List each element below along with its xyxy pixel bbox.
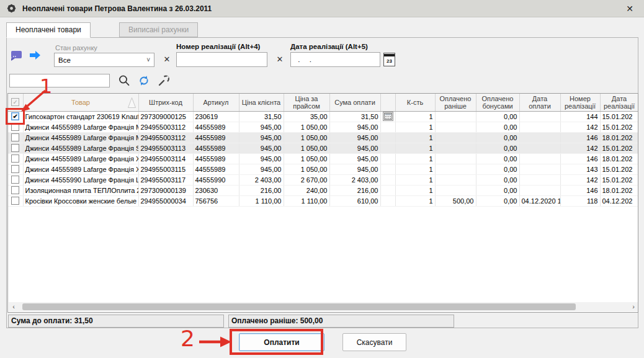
cell-qty: 1 [395, 143, 435, 153]
cell-price_client: 945,00 [239, 122, 284, 132]
cell-price_list: 1 050,00 [284, 122, 329, 132]
calculator-button[interactable] [383, 112, 393, 121]
cell-barcode: 297309000125 [138, 111, 193, 122]
cell-calc [380, 143, 395, 153]
cell-sum: 945,00 [329, 153, 380, 164]
cell-price_list: 2 670,00 [284, 174, 329, 185]
cell-real_num: 142 [560, 174, 600, 185]
clear-state-icon[interactable]: ✕ [162, 55, 172, 65]
goods-grid: ✓ТоварШтрих-кодАртикулЦіна клієнтаЦіна з… [7, 93, 638, 313]
cell-paid_earlier: 500,00 [435, 195, 476, 206]
cell-pay_date [519, 185, 560, 195]
row-checkbox[interactable] [11, 197, 19, 205]
cancel-button[interactable]: Скасувати [342, 333, 406, 351]
sort-triangle-icon [127, 97, 136, 109]
cell-product: Изоляционная плита ТЕПЛОплита 2306 [23, 185, 138, 195]
cell-pay_date [519, 143, 560, 153]
tab-issued-invoices[interactable]: Виписані рахунки [119, 22, 198, 37]
row-checkbox[interactable] [11, 133, 19, 141]
cell-product: Кросівки Кроссовки женские белые 75 [23, 195, 138, 206]
cell-barcode: 297309000139 [138, 185, 193, 195]
column-header-pay_date[interactable]: Дата оплати [519, 94, 560, 111]
table-row[interactable]: Джинси 44555989 Lafarge Франція S(p)2949… [8, 143, 638, 153]
cell-paid_earlier [435, 132, 476, 143]
select-all-checkbox[interactable]: ✓ [11, 98, 19, 106]
cell-qty: 1 [395, 111, 435, 122]
scroll-right-icon[interactable]: › [628, 302, 638, 311]
cell-paid_earlier [435, 143, 476, 153]
table-row[interactable]: Джинси 44555989 Lafarge Франція M(p)2949… [8, 132, 638, 143]
table-row[interactable]: Джинси 44555989 Lafarge Франція XS(p2949… [8, 164, 638, 174]
cell-real_num: 144 [560, 111, 600, 122]
refresh-icon[interactable] [137, 74, 151, 87]
row-checkbox[interactable] [11, 176, 19, 184]
gear-icon [6, 3, 17, 14]
row-checkbox[interactable] [11, 144, 19, 152]
column-header-real_date[interactable]: Дата реалізації [600, 94, 638, 111]
cell-product: Гипсокартон стандарт 230619 Knauf Гі [23, 111, 138, 122]
column-header-product[interactable]: Товар [23, 94, 138, 111]
cell-pay_date [519, 174, 560, 185]
apply-arrow-icon[interactable] [29, 50, 42, 61]
calculator-icon [384, 113, 392, 120]
row-checkbox[interactable] [11, 186, 19, 194]
invoice-icon[interactable] [10, 50, 23, 61]
horizontal-scrollbar[interactable]: ‹ › [9, 302, 638, 311]
row-checkbox-cell [8, 132, 23, 143]
cell-article: 230619 [193, 111, 239, 122]
table-row[interactable]: Изоляционная плита ТЕПЛОплита 2306297309… [8, 185, 638, 195]
column-header-barcode[interactable]: Штрих-код [138, 94, 193, 111]
cell-real_num: 142 [560, 122, 600, 132]
column-header-price_list[interactable]: Ціна за прайсом [284, 94, 329, 111]
cell-real_date: 18.01.202 [600, 153, 638, 164]
cell-sum: 216,00 [329, 185, 380, 195]
cell-pay_date: 04.12.2020 1 [519, 195, 560, 206]
cell-product: Джинси 44555989 Lafarge Франція M(p) [23, 122, 138, 132]
cell-paid_earlier [435, 164, 476, 174]
realization-number-input[interactable] [176, 52, 267, 67]
cell-sum: 945,00 [329, 122, 380, 132]
column-header-paid_bonus[interactable]: Оплачено бонусами [476, 94, 519, 111]
table-row[interactable]: Джинси 44555990 Lafarge Франція L(p)2949… [8, 174, 638, 185]
row-checkbox[interactable] [11, 165, 19, 173]
scroll-left-icon[interactable]: ‹ [9, 302, 19, 311]
column-header-real_num[interactable]: Номер реалізації [560, 94, 600, 111]
wrench-icon[interactable] [157, 74, 171, 87]
column-header-sum[interactable]: Сума оплати [329, 94, 380, 111]
row-checkbox[interactable]: ✔ [11, 112, 19, 120]
cell-calc [380, 164, 395, 174]
column-header-calc[interactable] [380, 94, 395, 111]
row-checkbox-cell [8, 153, 23, 164]
column-header-price_client[interactable]: Ціна клієнта [239, 94, 284, 111]
cell-barcode: 294955003113 [138, 143, 193, 153]
table-row[interactable]: Джинси 44555989 Lafarge Франція XL(p2949… [8, 153, 638, 164]
cell-barcode: 294955003117 [138, 174, 193, 185]
close-button[interactable]: ✕ [624, 3, 635, 14]
account-state-select[interactable]: Все ˅ [54, 53, 154, 67]
cell-price_client: 31,50 [239, 111, 284, 122]
table-row[interactable]: ✔Гипсокартон стандарт 230619 Knauf Гі297… [8, 111, 638, 122]
calendar-button[interactable]: 23 [383, 53, 395, 66]
pay-button[interactable]: Оплатити [239, 333, 324, 351]
realization-date-input[interactable] [290, 52, 380, 67]
cell-barcode: 294955003115 [138, 164, 193, 174]
row-checkbox[interactable] [11, 154, 19, 163]
scrollbar-thumb[interactable] [22, 303, 576, 310]
cell-paid_earlier [435, 153, 476, 164]
cell-calc [380, 174, 395, 185]
search-input[interactable] [9, 74, 110, 87]
column-header-paid_earlier[interactable]: Оплачено раніше [435, 94, 476, 111]
column-header-article[interactable]: Артикул [193, 94, 239, 111]
search-icon[interactable] [117, 74, 131, 87]
cell-qty: 1 [395, 132, 435, 143]
column-header-qty[interactable]: К-сть [395, 94, 435, 111]
table-row[interactable]: Кросівки Кроссовки женские белые 7529495… [8, 195, 638, 206]
select-all-header[interactable]: ✓ [8, 94, 23, 111]
clear-number-icon[interactable]: ✕ [275, 55, 285, 65]
cell-real_date: 18.01.202 [600, 185, 638, 195]
table-row[interactable]: Джинси 44555989 Lafarge Франція M(p)2949… [8, 122, 638, 132]
cell-price_list: 240,00 [284, 185, 329, 195]
row-checkbox[interactable] [11, 123, 19, 131]
tab-unpaid-goods[interactable]: Неоплачені товари [6, 22, 91, 38]
cell-real_num: 142 [560, 143, 600, 153]
